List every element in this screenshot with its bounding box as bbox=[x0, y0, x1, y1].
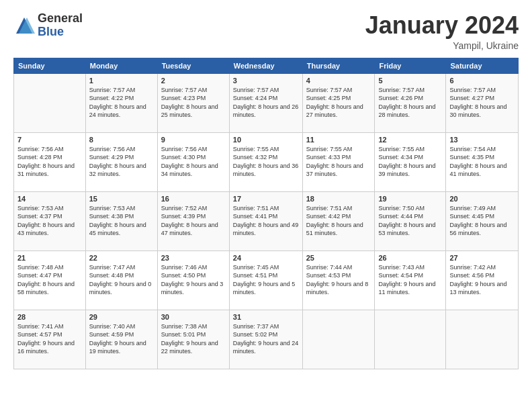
day-number: 21 bbox=[17, 254, 82, 262]
day-number: 5 bbox=[378, 77, 442, 85]
day-detail: Sunrise: 7:55 AMSunset: 4:33 PMDaylight:… bbox=[306, 145, 371, 179]
calendar-cell: 4Sunrise: 7:57 AMSunset: 4:25 PMDaylight… bbox=[302, 73, 375, 132]
calendar-cell: 15Sunrise: 7:53 AMSunset: 4:38 PMDayligh… bbox=[85, 191, 157, 250]
title-block: January 2024 Yampil, Ukraine bbox=[365, 12, 519, 51]
calendar-day-header: Wednesday bbox=[229, 58, 302, 73]
header: General Blue January 2024 Yampil, Ukrain… bbox=[13, 12, 519, 51]
calendar-day-header: Thursday bbox=[302, 58, 375, 73]
page: General Blue January 2024 Yampil, Ukrain… bbox=[0, 0, 532, 411]
calendar-cell: 13Sunrise: 7:54 AMSunset: 4:35 PMDayligh… bbox=[446, 132, 519, 191]
logo-text: General Blue bbox=[38, 12, 83, 39]
calendar-header-row: SundayMondayTuesdayWednesdayThursdayFrid… bbox=[14, 58, 519, 73]
month-title: January 2024 bbox=[365, 12, 519, 39]
day-number: 20 bbox=[449, 195, 515, 203]
calendar-cell: 7Sunrise: 7:56 AMSunset: 4:28 PMDaylight… bbox=[14, 132, 86, 191]
calendar-week-row: 1Sunrise: 7:57 AMSunset: 4:22 PMDaylight… bbox=[14, 73, 519, 132]
day-detail: Sunrise: 7:40 AMSunset: 4:59 PMDaylight:… bbox=[89, 322, 154, 356]
logo-icon bbox=[13, 15, 35, 36]
calendar-cell: 22Sunrise: 7:47 AMSunset: 4:48 PMDayligh… bbox=[85, 250, 157, 310]
calendar-cell: 20Sunrise: 7:49 AMSunset: 4:45 PMDayligh… bbox=[446, 191, 519, 250]
calendar-day-header: Monday bbox=[85, 58, 157, 73]
day-detail: Sunrise: 7:42 AMSunset: 4:56 PMDaylight:… bbox=[449, 263, 515, 297]
day-number: 15 bbox=[89, 195, 154, 203]
day-number: 1 bbox=[89, 77, 154, 85]
day-detail: Sunrise: 7:57 AMSunset: 4:24 PMDaylight:… bbox=[233, 86, 299, 120]
day-number: 4 bbox=[306, 77, 371, 85]
calendar-cell: 29Sunrise: 7:40 AMSunset: 4:59 PMDayligh… bbox=[85, 310, 157, 369]
calendar-cell: 11Sunrise: 7:55 AMSunset: 4:33 PMDayligh… bbox=[302, 132, 375, 191]
calendar-cell: 8Sunrise: 7:56 AMSunset: 4:29 PMDaylight… bbox=[85, 132, 157, 191]
day-detail: Sunrise: 7:45 AMSunset: 4:51 PMDaylight:… bbox=[233, 263, 299, 297]
calendar-cell: 27Sunrise: 7:42 AMSunset: 4:56 PMDayligh… bbox=[446, 250, 519, 310]
day-detail: Sunrise: 7:51 AMSunset: 4:42 PMDaylight:… bbox=[306, 204, 371, 238]
day-number: 9 bbox=[161, 136, 226, 144]
day-detail: Sunrise: 7:55 AMSunset: 4:34 PMDaylight:… bbox=[378, 145, 442, 179]
calendar-cell: 12Sunrise: 7:55 AMSunset: 4:34 PMDayligh… bbox=[375, 132, 446, 191]
day-detail: Sunrise: 7:57 AMSunset: 4:25 PMDaylight:… bbox=[306, 86, 371, 120]
day-number: 27 bbox=[449, 254, 515, 262]
day-number: 29 bbox=[89, 313, 154, 321]
calendar-day-header: Saturday bbox=[446, 58, 519, 73]
calendar-cell: 23Sunrise: 7:46 AMSunset: 4:50 PMDayligh… bbox=[157, 250, 229, 310]
day-detail: Sunrise: 7:38 AMSunset: 5:01 PMDaylight:… bbox=[161, 322, 226, 356]
day-detail: Sunrise: 7:43 AMSunset: 4:54 PMDaylight:… bbox=[378, 263, 442, 297]
day-detail: Sunrise: 7:56 AMSunset: 4:30 PMDaylight:… bbox=[161, 145, 226, 179]
day-detail: Sunrise: 7:57 AMSunset: 4:22 PMDaylight:… bbox=[89, 86, 154, 120]
calendar-table: SundayMondayTuesdayWednesdayThursdayFrid… bbox=[13, 58, 519, 369]
calendar-cell: 24Sunrise: 7:45 AMSunset: 4:51 PMDayligh… bbox=[229, 250, 302, 310]
calendar-cell: 14Sunrise: 7:53 AMSunset: 4:37 PMDayligh… bbox=[14, 191, 86, 250]
day-detail: Sunrise: 7:47 AMSunset: 4:48 PMDaylight:… bbox=[89, 263, 154, 297]
day-number: 30 bbox=[161, 313, 226, 321]
day-detail: Sunrise: 7:56 AMSunset: 4:28 PMDaylight:… bbox=[17, 145, 82, 179]
calendar-cell bbox=[302, 310, 375, 369]
day-number: 10 bbox=[233, 136, 299, 144]
logo-blue: Blue bbox=[38, 26, 83, 39]
day-number: 2 bbox=[161, 77, 226, 85]
calendar-day-header: Sunday bbox=[14, 58, 86, 73]
day-detail: Sunrise: 7:44 AMSunset: 4:53 PMDaylight:… bbox=[306, 263, 371, 297]
calendar-cell: 21Sunrise: 7:48 AMSunset: 4:47 PMDayligh… bbox=[14, 250, 86, 310]
day-detail: Sunrise: 7:41 AMSunset: 4:57 PMDaylight:… bbox=[17, 322, 82, 356]
day-number: 3 bbox=[233, 77, 299, 85]
calendar-cell: 2Sunrise: 7:57 AMSunset: 4:23 PMDaylight… bbox=[157, 73, 229, 132]
day-number: 13 bbox=[449, 136, 515, 144]
calendar-week-row: 21Sunrise: 7:48 AMSunset: 4:47 PMDayligh… bbox=[14, 250, 519, 310]
day-number: 14 bbox=[17, 195, 82, 203]
day-number: 6 bbox=[449, 77, 515, 85]
calendar-day-header: Friday bbox=[375, 58, 446, 73]
day-detail: Sunrise: 7:48 AMSunset: 4:47 PMDaylight:… bbox=[17, 263, 82, 297]
calendar-cell: 17Sunrise: 7:51 AMSunset: 4:41 PMDayligh… bbox=[229, 191, 302, 250]
day-number: 7 bbox=[17, 136, 82, 144]
calendar-cell: 6Sunrise: 7:57 AMSunset: 4:27 PMDaylight… bbox=[446, 73, 519, 132]
day-detail: Sunrise: 7:57 AMSunset: 4:27 PMDaylight:… bbox=[449, 86, 515, 120]
day-detail: Sunrise: 7:51 AMSunset: 4:41 PMDaylight:… bbox=[233, 204, 299, 238]
day-number: 31 bbox=[233, 313, 299, 321]
day-detail: Sunrise: 7:53 AMSunset: 4:37 PMDaylight:… bbox=[17, 204, 82, 238]
logo-general: General bbox=[38, 12, 83, 26]
day-number: 18 bbox=[306, 195, 371, 203]
day-detail: Sunrise: 7:49 AMSunset: 4:45 PMDaylight:… bbox=[449, 204, 515, 238]
day-number: 16 bbox=[161, 195, 226, 203]
calendar-week-row: 14Sunrise: 7:53 AMSunset: 4:37 PMDayligh… bbox=[14, 191, 519, 250]
day-number: 24 bbox=[233, 254, 299, 262]
calendar-week-row: 7Sunrise: 7:56 AMSunset: 4:28 PMDaylight… bbox=[14, 132, 519, 191]
calendar-day-header: Tuesday bbox=[157, 58, 229, 73]
calendar-cell: 18Sunrise: 7:51 AMSunset: 4:42 PMDayligh… bbox=[302, 191, 375, 250]
calendar-cell: 25Sunrise: 7:44 AMSunset: 4:53 PMDayligh… bbox=[302, 250, 375, 310]
day-number: 26 bbox=[378, 254, 442, 262]
calendar-cell: 9Sunrise: 7:56 AMSunset: 4:30 PMDaylight… bbox=[157, 132, 229, 191]
calendar-cell: 31Sunrise: 7:37 AMSunset: 5:02 PMDayligh… bbox=[229, 310, 302, 369]
day-number: 19 bbox=[378, 195, 442, 203]
calendar-cell: 1Sunrise: 7:57 AMSunset: 4:22 PMDaylight… bbox=[85, 73, 157, 132]
calendar-cell: 26Sunrise: 7:43 AMSunset: 4:54 PMDayligh… bbox=[375, 250, 446, 310]
day-detail: Sunrise: 7:37 AMSunset: 5:02 PMDaylight:… bbox=[233, 322, 299, 356]
day-detail: Sunrise: 7:57 AMSunset: 4:23 PMDaylight:… bbox=[161, 86, 226, 120]
calendar-cell bbox=[446, 310, 519, 369]
day-detail: Sunrise: 7:56 AMSunset: 4:29 PMDaylight:… bbox=[89, 145, 154, 179]
day-detail: Sunrise: 7:52 AMSunset: 4:39 PMDaylight:… bbox=[161, 204, 226, 238]
calendar-cell: 19Sunrise: 7:50 AMSunset: 4:44 PMDayligh… bbox=[375, 191, 446, 250]
calendar-cell bbox=[375, 310, 446, 369]
calendar-cell: 5Sunrise: 7:57 AMSunset: 4:26 PMDaylight… bbox=[375, 73, 446, 132]
day-detail: Sunrise: 7:46 AMSunset: 4:50 PMDaylight:… bbox=[161, 263, 226, 297]
calendar-cell: 3Sunrise: 7:57 AMSunset: 4:24 PMDaylight… bbox=[229, 73, 302, 132]
